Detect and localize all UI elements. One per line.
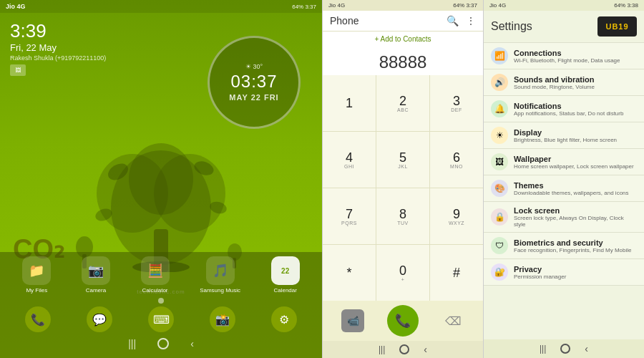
key-3[interactable]: 3DEF (430, 75, 483, 131)
settings-item-sub-8: Permission manager (514, 274, 637, 280)
keypad: 12ABC3DEF4GHI5JKL6MNO7PQRS8TUV9WXYZ*0+# (323, 75, 483, 301)
key-letters-label: GHI (344, 164, 354, 169)
settings-item-lock-screen[interactable]: 🔒 Lock screen Screen lock type, Always O… (484, 202, 644, 233)
settings-logo: UB19 (597, 16, 637, 37)
status-right-home: 64% 3:37 (292, 4, 316, 10)
settings-item-title-5: Themes (514, 181, 637, 190)
nav-recent[interactable]: ||| (128, 338, 136, 349)
settings-nav-back[interactable]: ‹ (585, 343, 588, 354)
phone-nav-back[interactable]: ‹ (424, 344, 427, 355)
settings-item-title-1: Sounds and vibration (514, 75, 637, 84)
settings-item-icon-2: 🔔 (491, 100, 508, 117)
app-calendar[interactable]: 22 Calendar (271, 256, 300, 294)
settings-status-right: 64% 3:38 (614, 2, 638, 9)
key-letters-label: DEF (451, 107, 462, 112)
settings-item-notifications[interactable]: 🔔 Notifications App notifications, Statu… (484, 96, 644, 122)
settings-item-icon-1: 🔊 (491, 74, 508, 91)
key-letters-label: TUV (397, 221, 409, 226)
call-button[interactable]: 📞 (387, 305, 419, 337)
settings-carrier: Jio 4G (489, 2, 506, 9)
app-calculator[interactable]: 🧮 Calculator (141, 256, 170, 294)
settings-header: Settings UB19 (484, 11, 644, 43)
settings-item-privacy[interactable]: 🔐 Privacy Permission manager (484, 259, 644, 286)
settings-item-title-6: Lock screen (514, 206, 637, 215)
phone-carrier: Jio 4G (328, 2, 345, 9)
settings-item-icon-5: 🎨 (491, 180, 508, 197)
key-num-label: # (453, 266, 460, 279)
key-num-label: 1 (346, 97, 353, 110)
settings-item-sub-0: Wi-Fi, Bluetooth, Flight mode, Data usag… (514, 57, 637, 64)
nav-home-btn[interactable] (157, 338, 169, 349)
add-contact-button[interactable]: + Add to Contacts (323, 32, 483, 47)
key-9[interactable]: 9WXYZ (430, 188, 483, 244)
app-music[interactable]: 🎵 Samsung Music (200, 256, 240, 294)
phone-shortcut[interactable]: 📞 (25, 306, 51, 332)
key-*[interactable]: * (323, 245, 376, 301)
settings-item-title-3: Display (514, 128, 637, 137)
key-letters-label: MNO (450, 164, 463, 169)
camera-icon: 📷 (82, 256, 110, 285)
settings-shortcut[interactable]: ⚙ (271, 306, 297, 332)
key-7[interactable]: 7PQRS (323, 188, 376, 244)
clock-widget: ☀ 30° 03:37 MAY 22 FRI (208, 36, 301, 129)
settings-item-icon-0: 📶 (491, 47, 508, 64)
settings-item-sounds-and-vibration[interactable]: 🔊 Sounds and vibration Sound mode, Ringt… (484, 69, 644, 96)
delete-button[interactable]: ⌫ (441, 309, 464, 332)
phone-search-icon[interactable]: 🔍 (447, 15, 459, 26)
key-letters-label: PQRS (341, 221, 357, 226)
phone-nav-home[interactable] (399, 344, 409, 354)
key-num-label: 6 (453, 151, 460, 164)
settings-item-sub-3: Brightness, Blue light filter, Home scre… (514, 137, 637, 143)
keyboard-shortcut[interactable]: ⌨ (148, 306, 174, 332)
logo-text: UB19 (605, 22, 628, 31)
key-num-label: 4 (346, 151, 353, 164)
key-letters-label: JKL (398, 164, 408, 169)
dock-bottom-row: 📞 💬 ⌨ 📸 ⚙ (7, 306, 315, 332)
key-2[interactable]: 2ABC (376, 75, 429, 131)
dock-apps-row: 📁 My Files 📷 Camera 🧮 Calculator 🎵 Samsu… (7, 256, 315, 294)
nav-back[interactable]: ‹ (190, 338, 194, 349)
settings-item-text-5: Themes Downloadable themes, wallpapers, … (514, 181, 637, 196)
settings-item-themes[interactable]: 🎨 Themes Downloadable themes, wallpapers… (484, 175, 644, 202)
settings-nav-recent[interactable]: ||| (540, 344, 546, 354)
key-#[interactable]: # (430, 245, 483, 301)
settings-list: 📶 Connections Wi-Fi, Bluetooth, Flight m… (484, 43, 644, 339)
settings-item-display[interactable]: ☀ Display Brightness, Blue light filter,… (484, 122, 644, 149)
settings-nav-bar: ||| ‹ (484, 339, 644, 358)
settings-item-sub-5: Downloadable themes, wallpapers, and ico… (514, 190, 637, 196)
home-photo-icon: 🖼 (10, 64, 26, 76)
settings-item-title-2: Notifications (514, 102, 637, 110)
phone-more-icon[interactable]: ⋮ (466, 15, 476, 26)
settings-item-biometrics-and-security[interactable]: 🛡 Biometrics and security Face recogniti… (484, 233, 644, 259)
calendar-icon: 22 (271, 256, 300, 285)
key-0[interactable]: 0+ (376, 245, 429, 301)
phone-title: Phone (330, 15, 358, 26)
dialer-number-display: 88888 (323, 47, 483, 75)
phone-nav-bar: ||| ‹ (323, 341, 483, 358)
key-letters-label: + (401, 277, 405, 282)
phone-status-right: 64% 3:37 (453, 2, 477, 9)
key-8[interactable]: 8TUV (376, 188, 429, 244)
settings-item-text-8: Privacy Permission manager (514, 265, 637, 280)
app-my-files[interactable]: 📁 My Files (22, 256, 51, 294)
video-call-button[interactable]: 📹 (341, 309, 364, 332)
svg-point-4 (129, 143, 193, 215)
settings-nav-home[interactable] (560, 344, 570, 354)
key-5[interactable]: 5JKL (376, 132, 429, 188)
phone-nav-recent[interactable]: ||| (379, 344, 385, 354)
settings-item-wallpaper[interactable]: 🖼 Wallpaper Home screen wallpaper, Lock … (484, 149, 644, 175)
settings-panel: Jio 4G 64% 3:38 Settings UB19 📶 Connecti… (483, 0, 644, 358)
settings-item-connections[interactable]: 📶 Connections Wi-Fi, Bluetooth, Flight m… (484, 43, 644, 69)
settings-title: Settings (491, 20, 532, 33)
home-nav-bar: ||| ‹ (7, 335, 315, 351)
instagram-shortcut[interactable]: 📸 (210, 306, 235, 332)
key-1[interactable]: 1 (323, 75, 376, 131)
key-6[interactable]: 6MNO (430, 132, 483, 188)
carrier-label: Jio 4G (6, 3, 26, 10)
settings-item-text-7: Biometrics and security Face recognition… (514, 238, 637, 253)
messages-shortcut[interactable]: 💬 (87, 306, 112, 332)
key-4[interactable]: 4GHI (323, 132, 376, 188)
settings-item-title-8: Privacy (514, 265, 637, 274)
app-camera[interactable]: 📷 Camera (82, 256, 110, 294)
home-screen: Jio 4G 64% 3:37 3:39 Fri, 22 May Rakesh … (0, 0, 322, 358)
